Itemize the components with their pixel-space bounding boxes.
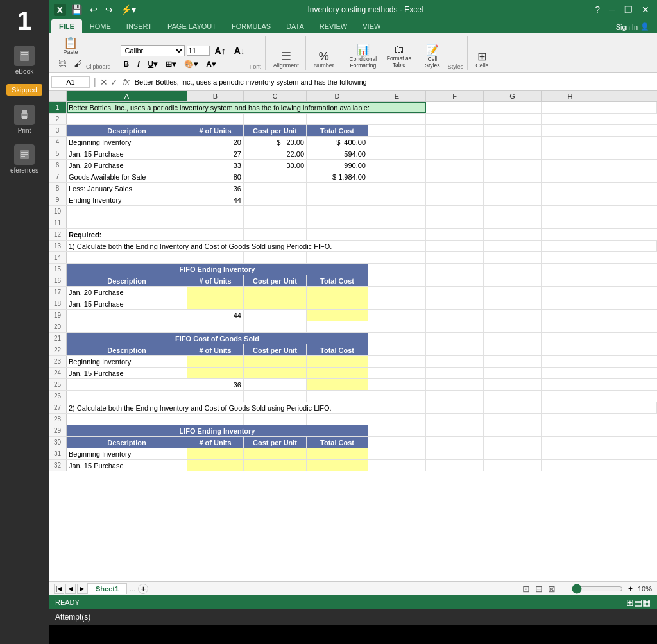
cell-f28[interactable] [426,414,484,425]
cell-c3[interactable]: Cost per Unit [244,125,307,136]
cell-b22[interactable]: # of Units [187,344,244,355]
cell-f1[interactable] [484,102,542,113]
cell-h1[interactable] [599,102,657,113]
cell-f4[interactable] [426,137,484,148]
sheet-more[interactable]: ... [130,585,135,593]
cell-c26[interactable] [244,391,307,402]
copy-button[interactable]: ⿻ [56,58,70,70]
cell-a2[interactable] [67,114,187,124]
italic-button[interactable]: I [134,58,142,70]
page-layout-view-button[interactable]: ⊟ [535,584,543,594]
cell-e13[interactable] [426,241,484,251]
col-header-b[interactable]: B [187,91,244,101]
cell-e8[interactable] [368,183,426,194]
cell-g29[interactable] [484,425,542,436]
sheet-nav-prev[interactable]: ◀ [65,584,76,594]
cell-b25[interactable]: 36 [187,379,244,390]
cell-a10[interactable] [67,206,187,217]
cell-h22[interactable] [542,344,599,355]
cell-f16[interactable] [426,275,484,286]
cell-b12[interactable] [187,229,244,240]
tab-home[interactable]: HOME [82,19,119,33]
cell-g16[interactable] [484,275,542,286]
cell-a8[interactable]: Less: January Sales [67,183,187,194]
cell-b6[interactable]: 33 [187,160,244,171]
col-header-a[interactable]: A [67,91,187,101]
cell-a30[interactable]: Description [67,437,187,448]
cell-d20[interactable] [307,321,368,332]
tab-view[interactable]: VIEW [355,19,388,33]
cell-f20[interactable] [426,321,484,332]
cell-h27[interactable] [599,402,657,413]
cell-c25[interactable] [244,379,307,390]
sidebar-item-ebook[interactable]: eBook [14,46,35,75]
cell-g20[interactable] [484,321,542,332]
cell-a23[interactable]: Beginning Inventory [67,356,187,367]
cell-d25[interactable] [307,379,368,390]
cell-c9[interactable] [244,194,307,205]
cell-d5[interactable]: 594.00 [307,148,368,159]
cell-d26[interactable] [307,391,368,402]
redo-button[interactable]: ↪ [103,3,115,16]
close-button[interactable]: ✕ [639,3,652,16]
cell-h2[interactable] [542,114,599,124]
cell-a19[interactable] [67,310,187,321]
cell-d22[interactable]: Total Cost [307,344,368,355]
cell-b9[interactable]: 44 [187,194,244,205]
cell-a32[interactable]: Jan. 15 Purchase [67,460,187,471]
cell-f17[interactable] [426,287,484,298]
number-button[interactable]: % Number [311,49,337,70]
cell-g32[interactable] [484,460,542,471]
cell-b5[interactable]: 27 [187,148,244,159]
cell-d19[interactable] [307,310,368,321]
cell-e26[interactable] [368,391,426,402]
cell-c6[interactable]: 30.00 [244,160,307,171]
cell-c12[interactable] [244,229,307,240]
cell-h6[interactable] [542,160,599,171]
cell-c28[interactable] [244,414,307,425]
cell-e22[interactable] [368,344,426,355]
cell-f9[interactable] [426,194,484,205]
cell-b11[interactable] [187,217,244,228]
cell-a15[interactable]: FIFO Ending Inventory [67,264,368,275]
underline-button[interactable]: U▾ [145,58,161,70]
cell-d2[interactable] [307,114,368,124]
cell-h12[interactable] [542,229,599,240]
cell-d7[interactable]: $ 1,984.00 [307,171,368,182]
increase-font-button[interactable]: A↑ [212,44,229,57]
cell-h23[interactable] [542,356,599,367]
cell-e31[interactable] [368,448,426,459]
sidebar-item-print[interactable]: Print [14,105,35,134]
sheet-add-button[interactable]: + [138,584,148,594]
cell-c22[interactable]: Cost per Unit [244,344,307,355]
fill-color-button[interactable]: 🎨▾ [181,58,201,70]
cell-a17[interactable]: Jan. 20 Purchase [67,287,187,298]
font-color-button[interactable]: A▾ [203,58,219,70]
cell-e3[interactable] [368,125,426,136]
cell-e6[interactable] [368,160,426,171]
cell-d12[interactable] [307,229,368,240]
cell-a3[interactable]: Description [67,125,187,136]
col-header-h[interactable]: H [542,91,599,101]
cell-e20[interactable] [368,321,426,332]
cell-g4[interactable] [484,137,542,148]
cell-g10[interactable] [484,206,542,217]
cell-f30[interactable] [426,437,484,448]
cell-f29[interactable] [426,425,484,436]
cell-e29[interactable] [368,425,426,436]
cancel-formula-icon[interactable]: ✕ [100,77,108,87]
cell-e32[interactable] [368,460,426,471]
cell-a6[interactable]: Jan. 20 Purchase [67,160,187,171]
cell-b10[interactable] [187,206,244,217]
sign-in[interactable]: Sign In 👤 [611,20,654,33]
cell-f8[interactable] [426,183,484,194]
cell-f14[interactable] [426,252,484,263]
col-header-f[interactable]: F [426,91,484,101]
cell-d23[interactable] [307,356,368,367]
cell-e11[interactable] [368,217,426,228]
cell-f26[interactable] [426,391,484,402]
cell-c14[interactable] [244,252,307,263]
cell-styles-button[interactable]: 📝 CellStyles [418,42,447,70]
cell-g1[interactable] [542,102,599,113]
cell-e5[interactable] [368,148,426,159]
